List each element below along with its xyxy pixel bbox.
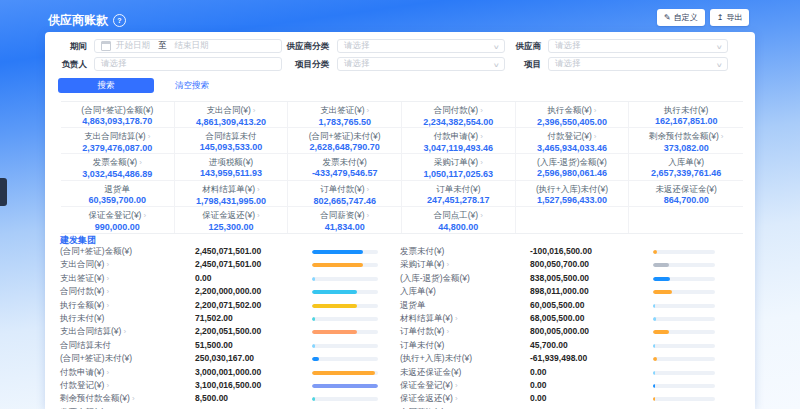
row-label[interactable]: 采购订单(¥)›: [400, 258, 449, 271]
row-label[interactable]: 保证金登记(¥)›: [400, 379, 458, 392]
summary-value[interactable]: -433,479,546.57: [288, 168, 401, 179]
summary-value[interactable]: 44,800.00: [402, 222, 515, 233]
summary-value[interactable]: 1,783,765.50: [288, 117, 401, 128]
row-label-text: 订单付款(¥): [400, 326, 444, 336]
summary-card[interactable]: 材料结算单(¥)›1,798,431,995.00: [175, 181, 289, 207]
customize-button[interactable]: ✎ 自定义: [657, 9, 705, 26]
summary-value[interactable]: 4,863,093,178.70: [61, 116, 174, 127]
end-date-placeholder: 结束日期: [175, 40, 209, 52]
row-label[interactable]: 执行金额(¥)›: [60, 299, 109, 312]
row-label[interactable]: 材料结算单(¥)›: [400, 312, 458, 325]
summary-card[interactable]: 合同点工(¥)›44,800.00: [402, 207, 516, 233]
summary-value[interactable]: 41,834.00: [288, 222, 401, 233]
drill-arrow-icon: ›: [106, 287, 109, 296]
summary-value[interactable]: 3,047,119,493.46: [402, 143, 515, 154]
date-range-input[interactable]: 开始日期 至 结束日期: [94, 39, 282, 53]
summary-label-text: 保证金返还(¥): [202, 210, 255, 220]
owner-select[interactable]: 请选择: [94, 57, 282, 71]
row-label[interactable]: 支出签证(¥)›: [60, 272, 109, 285]
row-bar-track: [312, 384, 378, 388]
row-label-text: 执行金额(¥): [60, 300, 104, 310]
summary-value[interactable]: 1,527,596,433.00: [516, 195, 629, 206]
summary-card: 退货单60,359,700.00: [61, 181, 175, 207]
row-bar-track: [653, 290, 715, 294]
help-icon[interactable]: ?: [113, 14, 126, 27]
summary-value[interactable]: 4,861,309,413.20: [175, 117, 288, 128]
summary-label: 付款申请(¥)›: [402, 131, 515, 142]
row-label[interactable]: 剩余预付款金额(¥)›: [60, 392, 135, 405]
summary-card[interactable]: 发票金额(¥)›3,032,454,486.89: [61, 154, 175, 180]
summary-value[interactable]: 125,300.00: [175, 222, 288, 233]
summary-value[interactable]: 145,093,533.00: [175, 142, 288, 153]
summary-card[interactable]: 合同薪资(¥)›41,834.00: [288, 207, 402, 233]
summary-value[interactable]: 2,379,476,087.00: [61, 143, 174, 154]
summary-value[interactable]: 2,234,382,554.00: [402, 117, 515, 128]
supplier-placeholder: 请选择: [555, 40, 581, 52]
summary-value[interactable]: 3,032,454,486.89: [61, 169, 174, 180]
summary-label-text: 支出签证(¥): [320, 105, 364, 115]
row-label-text: (合同+签证)未付(¥): [60, 353, 132, 363]
summary-label: (合同+签证)金额(¥): [61, 105, 174, 115]
summary-card[interactable]: 付款登记(¥)›3,465,934,033.46: [516, 128, 630, 154]
row-value: 68,005,500.00: [530, 312, 584, 325]
summary-card[interactable]: 合同付款(¥)›2,234,382,554.00: [402, 102, 516, 128]
row-label[interactable]: 订单付款(¥)›: [400, 325, 449, 338]
summary-value[interactable]: 802,665,747.46: [288, 196, 401, 207]
summary-card: 执行未付(¥)162,167,851.00: [629, 102, 743, 128]
summary-value[interactable]: 2,396,550,405.00: [516, 117, 629, 128]
row-label[interactable]: 付款申请(¥)›: [60, 366, 109, 379]
summary-value[interactable]: 247,451,278.17: [402, 195, 515, 206]
row-bar-track: [312, 290, 378, 294]
row-bar-fill: [653, 384, 655, 388]
row-bar-track: [312, 317, 378, 321]
drill-arrow-icon: ›: [367, 211, 370, 220]
summary-card[interactable]: 付款申请(¥)›3,047,119,493.46: [402, 128, 516, 154]
clear-search-link[interactable]: 清空搜索: [175, 78, 209, 93]
row-label: 入库单(¥): [400, 285, 436, 298]
summary-card[interactable]: 保证金返还(¥)›125,300.00: [175, 207, 289, 233]
summary-value[interactable]: 373,082.00: [629, 143, 743, 154]
drill-arrow-icon: ›: [123, 327, 126, 336]
summary-value[interactable]: 2,596,980,061.46: [516, 168, 629, 179]
row-value: 3,100,016,500.00: [195, 379, 261, 392]
date-to-label: 至: [158, 40, 167, 52]
summary-card[interactable]: 采购订单(¥)›1,050,117,025.63: [402, 154, 516, 180]
summary-value[interactable]: 162,167,851.00: [629, 116, 743, 127]
summary-value[interactable]: 3,465,934,033.46: [516, 143, 629, 154]
summary-card[interactable]: 剩余预付款金额(¥)›373,082.00: [629, 128, 743, 154]
project-select[interactable]: 请选择 ∨: [548, 57, 728, 71]
summary-value[interactable]: 2,628,648,790.70: [288, 142, 401, 153]
summary-value[interactable]: 864,700.00: [629, 195, 743, 206]
summary-card[interactable]: 支出合同结算(¥)›2,379,476,087.00: [61, 128, 175, 154]
row-label: 发票未付(¥): [400, 245, 444, 258]
side-drawer-handle[interactable]: [0, 178, 7, 206]
summary-value[interactable]: 1,798,431,995.00: [175, 196, 288, 207]
summary-label-text: 发票未付(¥): [322, 157, 366, 167]
group-detail-table: (合同+签证)金额(¥)2,450,071,501.00发票未付(¥)-100,…: [45, 245, 755, 409]
row-value: 2,450,071,501.00: [195, 245, 261, 258]
summary-card[interactable]: 订单付款(¥)›802,665,747.46: [288, 181, 402, 207]
summary-card[interactable]: 支出签证(¥)›1,783,765.50: [288, 102, 402, 128]
row-bar-fill: [653, 250, 657, 254]
summary-value[interactable]: 1,050,117,025.63: [402, 169, 515, 180]
supplier-select[interactable]: 请选择 ∨: [548, 39, 728, 53]
search-button[interactable]: 搜索: [58, 78, 154, 93]
summary-card[interactable]: 保证金登记(¥)›990,000.00: [61, 207, 175, 233]
row-label[interactable]: 付款登记(¥)›: [60, 379, 109, 392]
row-bar-fill: [653, 317, 656, 321]
row-label[interactable]: 支出合同(¥)›: [60, 258, 109, 271]
row-label-text: 保证金登记(¥): [400, 380, 453, 390]
summary-value[interactable]: 60,359,700.00: [61, 195, 174, 206]
summary-card[interactable]: 执行金额(¥)›2,396,550,405.00: [516, 102, 630, 128]
summary-value[interactable]: 2,657,339,761.46: [629, 168, 743, 179]
summary-label-text: 剩余预付款金额(¥): [649, 131, 719, 141]
row-label[interactable]: 支出合同结算(¥)›: [60, 325, 126, 338]
summary-value[interactable]: 990,000.00: [61, 222, 174, 233]
table-row: 付款登记(¥)›3,100,016,500.00保证金登记(¥)›0.00: [45, 379, 755, 392]
summary-card[interactable]: 支出合同(¥)›4,861,309,413.20: [175, 102, 289, 128]
row-label[interactable]: 合同付款(¥)›: [60, 285, 109, 298]
row-label-text: 执行未付(¥): [60, 313, 104, 323]
summary-value[interactable]: 143,959,511.93: [175, 168, 288, 179]
row-label[interactable]: 保证金返还(¥)›: [400, 392, 458, 405]
export-button[interactable]: ↥ 导出: [710, 9, 750, 26]
